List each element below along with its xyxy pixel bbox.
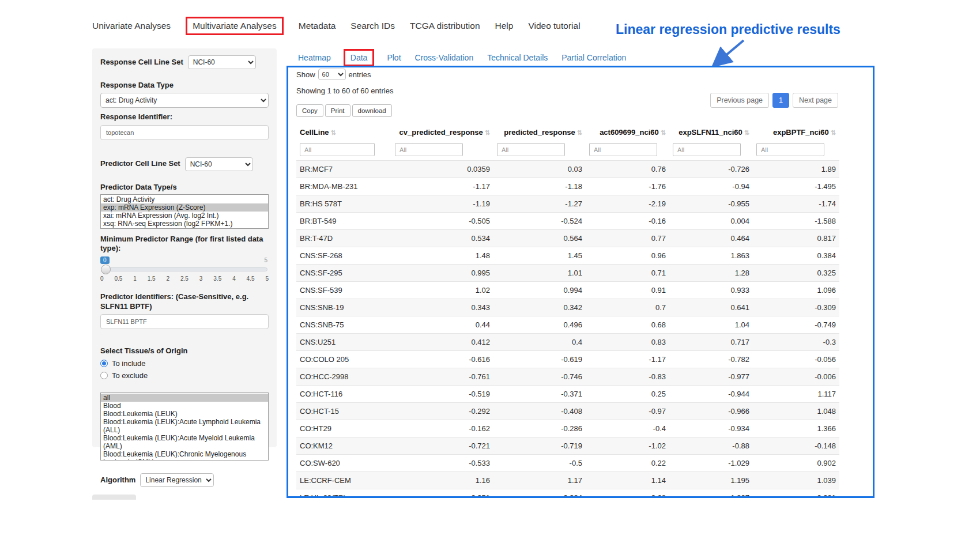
table-row[interactable]: CNS:U2510.4120.40.830.717-0.3 <box>296 334 839 351</box>
table-row[interactable]: CO:HT29-0.162-0.286-0.4-0.9341.366 <box>296 420 839 437</box>
slider-handle[interactable] <box>101 265 111 274</box>
filter-input-cellline[interactable] <box>300 143 375 156</box>
predictor-data-type-option[interactable]: xsq: RNA-seq Expression (log2 FPKM+1.) <box>101 220 268 228</box>
page-length-select[interactable]: 60 <box>318 69 346 80</box>
download-button[interactable]: download <box>352 104 392 117</box>
column-header-expslfn11-nci60[interactable]: expSLFN11_nci60⇅ <box>669 123 753 142</box>
cell-value: 0.817 <box>753 230 839 247</box>
sort-icon[interactable]: ⇅ <box>577 129 582 136</box>
copy-button[interactable]: Copy <box>296 104 323 117</box>
tissue-radio-to-exclude[interactable]: To exclude <box>100 371 269 380</box>
tissue-option[interactable]: Blood:Leukemia (LEUK) <box>101 410 268 418</box>
predictor-cell-line-set-select[interactable]: NCI-60 <box>185 157 253 171</box>
filter-input-act609699-nci60[interactable] <box>589 143 657 156</box>
table-row[interactable]: LE:HL-60(TB)0.9510.9340.681.3070.031 <box>296 489 839 499</box>
table-row[interactable]: CNS:SF-2681.481.450.961.8630.384 <box>296 247 839 265</box>
filter-cell <box>493 142 586 161</box>
table-row[interactable]: CO:HCC-2998-0.761-0.746-0.83-0.977-0.006 <box>296 368 839 386</box>
column-header-cellline[interactable]: CellLine⇅ <box>296 123 391 142</box>
previous-page-button[interactable]: Previous page <box>710 93 769 108</box>
cell-line-name: CO:SW-620 <box>296 455 391 472</box>
tab-plot[interactable]: Plot <box>387 53 401 62</box>
nav-item-tcga-distribution[interactable]: TCGA distribution <box>410 21 480 31</box>
tab-technical-details[interactable]: Technical Details <box>487 53 548 62</box>
nav-item-univariate-analyses[interactable]: Univariate Analyses <box>92 21 171 31</box>
predictor-identifiers-input[interactable] <box>100 314 269 329</box>
filter-input-predicted-response[interactable] <box>497 143 565 156</box>
table-row[interactable]: CO:HCT-116-0.519-0.3710.25-0.9441.117 <box>296 386 839 403</box>
response-data-type-label: Response Data Type <box>100 81 269 90</box>
nav-item-help[interactable]: Help <box>495 21 514 31</box>
nav-item-video-tutorial[interactable]: Video tutorial <box>528 21 580 31</box>
nav-item-search-ids[interactable]: Search IDs <box>350 21 395 31</box>
tissue-option[interactable]: Blood:Leukemia (LEUK):Acute Myeloid Leuk… <box>101 434 268 450</box>
response-identifier-input[interactable] <box>100 125 269 140</box>
tissue-radio-to-include[interactable]: To include <box>100 359 269 368</box>
nav-item-multivariate-analyses[interactable]: Multivariate Analyses <box>186 17 284 35</box>
response-data-type-select[interactable]: act: Drug Activity <box>100 93 269 108</box>
slider-tick-label: 1 <box>133 276 137 282</box>
filter-input-cv-predicted-response[interactable] <box>395 143 463 156</box>
min-predictor-range-slider[interactable]: 0 5 00.511.522.533.544.55 <box>100 256 269 284</box>
cell-value: 0.68 <box>586 489 669 499</box>
table-row[interactable]: BR:MDA-MB-231-1.17-1.18-1.76-0.94-1.495 <box>296 178 839 195</box>
cell-value: 1.117 <box>753 386 839 403</box>
table-row[interactable]: BR:T-47D0.5340.5640.770.4640.817 <box>296 230 839 247</box>
table-row[interactable]: CO:KM12-0.721-0.719-1.02-0.88-0.148 <box>296 437 839 455</box>
tissue-option[interactable]: Blood:Leukemia (LEUK):Acute Lymphoid Leu… <box>101 418 268 434</box>
tissue-option[interactable]: Blood:Leukemia (LEUK):Chronic Myelogenou… <box>101 450 268 461</box>
slider-track[interactable] <box>101 267 267 271</box>
table-row[interactable]: CNS:SNB-190.3430.3420.70.641-0.309 <box>296 299 839 316</box>
table-row[interactable]: LE:CCRF-CEM1.161.171.141.1951.039 <box>296 472 839 489</box>
sort-icon[interactable]: ⇅ <box>744 129 749 136</box>
slider-tick-label: 2 <box>167 276 170 282</box>
table-row[interactable]: BR:HS 578T-1.19-1.27-2.19-0.955-1.74 <box>296 195 839 213</box>
cell-value: 1.14 <box>586 472 669 489</box>
cell-value: -1.17 <box>391 178 493 195</box>
cell-line-name: CNS:SNB-19 <box>296 299 391 316</box>
column-header-cv-predicted-response[interactable]: cv_predicted_response⇅ <box>391 123 493 142</box>
tab-cross-validation[interactable]: Cross-Validation <box>415 53 474 62</box>
predictor-data-type-option[interactable]: exp: mRNA Expression (Z-Score) <box>101 203 268 212</box>
table-row[interactable]: CNS:SF-2950.9951.010.711.280.325 <box>296 265 839 282</box>
sort-icon[interactable]: ⇅ <box>331 129 336 136</box>
tissue-listbox[interactable]: allBloodBlood:Leukemia (LEUK)Blood:Leuke… <box>100 393 269 461</box>
response-cell-line-set-select[interactable]: NCI-60 <box>188 55 256 69</box>
table-row[interactable]: CNS:SF-5391.020.9940.910.9331.096 <box>296 282 839 299</box>
table-row[interactable]: CO:COLO 205-0.616-0.619-1.17-0.782-0.056 <box>296 351 839 368</box>
algorithm-select[interactable]: Linear Regression <box>140 473 214 487</box>
nav-item-metadata[interactable]: Metadata <box>299 21 336 31</box>
column-header-predicted-response[interactable]: predicted_response⇅ <box>493 123 586 142</box>
sort-icon[interactable]: ⇅ <box>661 129 666 136</box>
tissue-option[interactable]: Blood <box>101 402 268 410</box>
print-button[interactable]: Print <box>325 104 350 117</box>
sort-icon[interactable]: ⇅ <box>831 129 836 136</box>
table-row[interactable]: CO:SW-620-0.533-0.50.22-1.0290.902 <box>296 455 839 472</box>
column-header-act609699-nci60[interactable]: act609699_nci60⇅ <box>586 123 669 142</box>
cell-line-name: CNS:SF-295 <box>296 265 391 282</box>
predictor-data-type-option[interactable]: act: Drug Activity <box>101 195 268 203</box>
table-row[interactable]: BR:MCF70.03590.030.76-0.7261.89 <box>296 161 839 178</box>
cell-value: -0.616 <box>391 351 493 368</box>
predictor-data-type-listbox[interactable]: act: Drug Activityexp: mRNA Expression (… <box>100 194 269 229</box>
cell-value: -0.746 <box>493 368 586 386</box>
table-row[interactable]: BR:BT-549-0.505-0.524-0.160.004-1.588 <box>296 213 839 230</box>
cell-value: -0.148 <box>753 437 839 455</box>
sort-icon[interactable]: ⇅ <box>485 129 490 136</box>
table-row[interactable]: CO:HCT-15-0.292-0.408-0.97-0.9661.048 <box>296 403 839 420</box>
tab-data[interactable]: Data <box>344 49 375 66</box>
tissue-option[interactable]: all <box>101 394 268 402</box>
filter-cell <box>586 142 669 161</box>
predictor-data-type-option[interactable]: xai: mRNA Expression (Avg. log2 Int.) <box>101 212 268 220</box>
cell-value: 0.96 <box>586 247 669 265</box>
column-header-expbptf-nci60[interactable]: expBPTF_nci60⇅ <box>753 123 839 142</box>
next-page-button[interactable]: Next page <box>793 93 838 108</box>
cell-value: 0.496 <box>493 316 586 334</box>
tab-heatmap[interactable]: Heatmap <box>298 53 331 62</box>
filter-input-expslfn11-nci60[interactable] <box>673 143 741 156</box>
tab-partial-correlation[interactable]: Partial Correlation <box>561 53 626 62</box>
table-row[interactable]: CNS:SNB-750.440.4960.681.04-0.749 <box>296 316 839 334</box>
filter-input-expbptf-nci60[interactable] <box>756 143 824 156</box>
page-1-button[interactable]: 1 <box>772 93 789 108</box>
radio-icon <box>100 360 108 367</box>
